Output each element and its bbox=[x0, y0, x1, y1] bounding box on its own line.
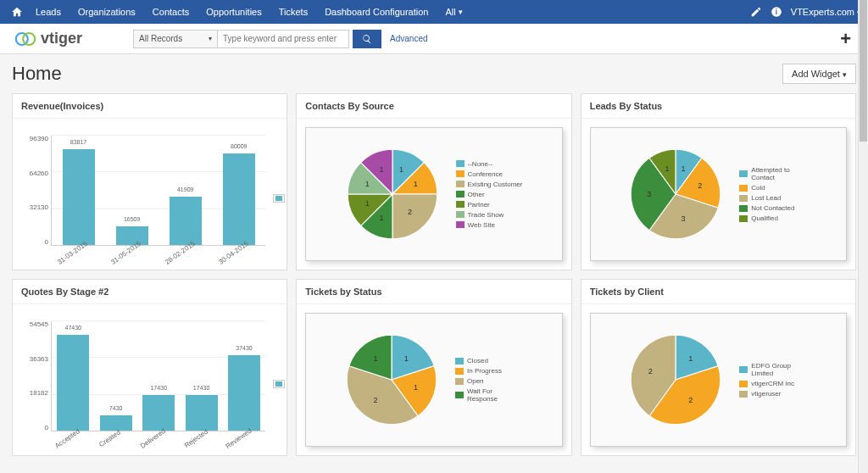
widget-title: Tickets by Status bbox=[297, 280, 570, 304]
edit-icon[interactable] bbox=[750, 6, 762, 18]
nav-organizations[interactable]: Organizations bbox=[70, 0, 144, 24]
nav-dashboard-config[interactable]: Dashboard Configuration bbox=[316, 0, 437, 24]
nav-all[interactable]: All▾ bbox=[437, 0, 470, 24]
records-select[interactable]: All Records ▾ bbox=[133, 30, 218, 48]
widget-leads-status: Leads By Status 12331Attempted to Contac… bbox=[581, 93, 856, 270]
nav-tickets[interactable]: Tickets bbox=[270, 0, 316, 24]
search-input[interactable] bbox=[218, 30, 349, 48]
dashboard-grid: Revenue(Invoices) 9639064260321300838171… bbox=[0, 93, 868, 456]
widget-title: Revenue(Invoices) bbox=[13, 94, 287, 119]
widget-title: Tickets by Client bbox=[581, 280, 855, 304]
page-title: Home bbox=[12, 63, 62, 85]
widget-quotes-stage: Quotes By Stage #2 545453636318182047430… bbox=[12, 279, 287, 456]
nav-leads[interactable]: Leads bbox=[27, 0, 70, 24]
logo: vtiger bbox=[14, 27, 82, 51]
widget-title: Contacts By Source bbox=[297, 94, 570, 119]
info-icon[interactable]: i bbox=[771, 6, 782, 18]
contacts-source-chart: 1121111--None--ConferenceExisting Custom… bbox=[305, 127, 562, 261]
widget-title: Quotes By Stage #2 bbox=[13, 280, 287, 304]
page-header: Home Add Widget ▾ bbox=[0, 54, 868, 93]
tickets-status-chart: 1121ClosedIn ProgressOpenWait For Respon… bbox=[305, 313, 562, 447]
search-bar: vtiger All Records ▾ Advanced + bbox=[0, 24, 868, 54]
top-navbar: Leads Organizations Contacts Opportuniti… bbox=[0, 0, 868, 24]
user-menu[interactable]: VTExperts.com▾ bbox=[791, 7, 861, 17]
advanced-search-link[interactable]: Advanced bbox=[390, 34, 427, 43]
nav-contacts[interactable]: Contacts bbox=[144, 0, 198, 24]
add-widget-button[interactable]: Add Widget ▾ bbox=[782, 64, 856, 84]
legend-icon bbox=[273, 194, 285, 203]
svg-text:i: i bbox=[776, 8, 777, 16]
legend-icon bbox=[273, 380, 285, 388]
search-button[interactable] bbox=[353, 30, 381, 48]
quotes-stage-chart: 5454536363181820474307430174301743037430… bbox=[51, 321, 274, 440]
vertical-scrollbar[interactable] bbox=[858, 0, 868, 473]
revenue-chart: 96390642603213008381716509419098000931-0… bbox=[51, 136, 274, 254]
svg-point-3 bbox=[23, 33, 35, 45]
tickets-client-chart: 122EDFG Group LimitedvtigerCRM Incvtiger… bbox=[590, 313, 847, 447]
add-icon[interactable]: + bbox=[840, 28, 851, 50]
widget-contacts-source: Contacts By Source 1121111--None--Confer… bbox=[296, 93, 571, 270]
widget-tickets-status: Tickets by Status 1121ClosedIn ProgressO… bbox=[296, 279, 571, 456]
widget-revenue: Revenue(Invoices) 9639064260321300838171… bbox=[12, 93, 287, 270]
chevron-down-icon: ▾ bbox=[459, 8, 463, 16]
leads-status-chart: 12331Attempted to ContactColdLost LeadNo… bbox=[590, 127, 847, 261]
nav-opportunities[interactable]: Opportunities bbox=[198, 0, 270, 24]
logo-text: vtiger bbox=[41, 30, 82, 47]
home-icon[interactable] bbox=[7, 2, 27, 22]
widget-title: Leads By Status bbox=[581, 94, 855, 119]
widget-tickets-client: Tickets by Client 122EDFG Group Limitedv… bbox=[581, 279, 856, 456]
